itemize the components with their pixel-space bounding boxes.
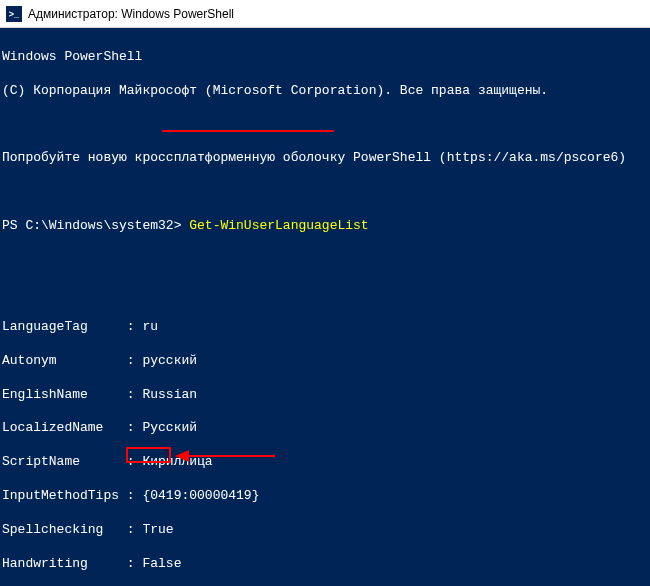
prompt-line: PS C:\Windows\system32> Get-WinUserLangu… — [2, 218, 648, 235]
blank-line — [2, 285, 648, 302]
field-label: Spellchecking — [2, 522, 103, 537]
powershell-icon: >_ — [6, 6, 22, 22]
field-label: Handwriting — [2, 556, 88, 571]
window-title: Администратор: Windows PowerShell — [28, 7, 234, 21]
command-text: Get-WinUserLanguageList — [189, 218, 368, 233]
prompt-path: PS C:\Windows\system32> — [2, 218, 189, 233]
blank-line — [2, 252, 648, 269]
field-value: False — [142, 556, 181, 571]
header-line: (C) Корпорация Майкрософт (Microsoft Cor… — [2, 83, 648, 100]
field-label: LanguageTag — [2, 319, 88, 334]
field-value: русский — [142, 353, 197, 368]
output-row: ScriptName : Кириллица — [2, 454, 648, 471]
field-value: Кириллица — [142, 454, 212, 469]
field-label: InputMethodTips — [2, 488, 119, 503]
header-line: Попробуйте новую кроссплатформенную обол… — [2, 150, 648, 167]
field-value: Русский — [142, 420, 197, 435]
output-row: EnglishName : Russian — [2, 387, 648, 404]
output-row: Autonym : русский — [2, 353, 648, 370]
output-row: LocalizedName : Русский — [2, 420, 648, 437]
output-row: InputMethodTips : {0419:00000419} — [2, 488, 648, 505]
field-label: LocalizedName — [2, 420, 103, 435]
field-label: ScriptName — [2, 454, 80, 469]
field-value: {0419:00000419} — [142, 488, 259, 503]
output-row: LanguageTag : ru — [2, 319, 648, 336]
field-value: Russian — [142, 387, 197, 402]
terminal-output[interactable]: Windows PowerShell (C) Корпорация Майкро… — [0, 28, 650, 586]
output-row: Handwriting : False — [2, 556, 648, 573]
blank-line — [2, 184, 648, 201]
field-value: ru — [142, 319, 158, 334]
header-line: Windows PowerShell — [2, 49, 648, 66]
field-value: True — [142, 522, 173, 537]
field-label: Autonym — [2, 353, 57, 368]
output-row: Spellchecking : True — [2, 522, 648, 539]
field-label: EnglishName — [2, 387, 88, 402]
titlebar[interactable]: >_ Администратор: Windows PowerShell — [0, 0, 650, 28]
annotation-underline — [162, 130, 334, 132]
